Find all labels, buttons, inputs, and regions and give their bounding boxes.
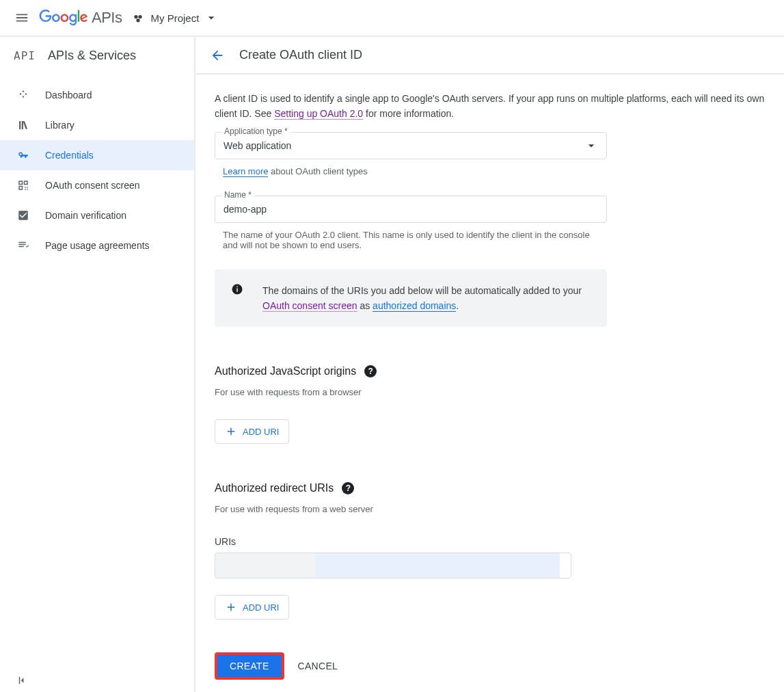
consent-icon	[16, 178, 30, 192]
action-row: CREATE CANCEL	[215, 652, 765, 680]
project-name: My Project	[150, 12, 199, 24]
info-text-post: .	[456, 300, 459, 311]
project-selector[interactable]: My Project	[131, 11, 218, 25]
back-arrow-icon[interactable]	[209, 47, 226, 64]
name-field-wrap: Name * The name of your OAuth 2.0 client…	[215, 196, 765, 250]
application-type-label: Application type *	[221, 127, 290, 136]
redirect-uris-title: Authorized redirect URIs	[215, 482, 334, 494]
main-header: Create OAuth client ID	[195, 37, 784, 75]
redirect-uris-sub: For use with requests from a web server	[215, 504, 765, 514]
js-origins-section: Authorized JavaScript origins ? For use …	[215, 365, 765, 444]
svg-point-2	[137, 18, 140, 22]
dashboard-icon	[16, 88, 30, 102]
sidebar-item-domain-verification[interactable]: Domain verification	[0, 200, 194, 230]
apis-label: APIs	[92, 9, 122, 27]
name-help-text: The name of your OAuth 2.0 client. This …	[215, 230, 597, 250]
svg-rect-4	[236, 289, 238, 292]
dropdown-icon	[584, 139, 598, 152]
info-text-mid: as	[357, 300, 373, 311]
info-text-pre: The domains of the URIs you add below wi…	[262, 285, 582, 296]
page-title: Create OAuth client ID	[239, 48, 362, 62]
sidebar-item-page-usage[interactable]: Page usage agreements	[0, 230, 194, 261]
key-icon	[16, 148, 30, 162]
info-icon	[231, 283, 243, 295]
sidebar-item-label: Library	[45, 120, 75, 131]
learn-more-suffix: about OAuth client types	[268, 166, 367, 176]
help-icon[interactable]: ?	[342, 482, 354, 494]
service-title-row: API APIs & Services	[0, 37, 194, 75]
sidebar-item-label: Domain verification	[45, 210, 126, 221]
name-input[interactable]	[215, 196, 607, 223]
top-bar: APIs My Project	[0, 0, 784, 37]
svg-rect-5	[236, 287, 238, 288]
sidebar: API APIs & Services Dashboard Library Cr…	[0, 37, 195, 692]
setting-up-oauth-link[interactable]: Setting up OAuth 2.0	[274, 108, 363, 120]
library-icon	[16, 118, 30, 132]
js-origins-title: Authorized JavaScript origins	[215, 365, 356, 377]
application-type-field: Application type * Web application Learn…	[215, 132, 765, 176]
uris-label: URIs	[215, 536, 765, 547]
add-redirect-uri-button[interactable]: ADD URI	[215, 595, 289, 620]
verified-icon	[16, 209, 30, 222]
sidebar-item-library[interactable]: Library	[0, 110, 194, 140]
dropdown-icon	[204, 11, 218, 25]
sidebar-item-label: Credentials	[45, 150, 94, 161]
project-icon	[131, 11, 145, 25]
learn-more-link[interactable]: Learn more	[223, 166, 268, 177]
add-js-uri-button[interactable]: ADD URI	[215, 419, 289, 444]
help-icon[interactable]: ?	[364, 365, 377, 377]
service-title: APIs & Services	[48, 49, 136, 63]
sidebar-item-dashboard[interactable]: Dashboard	[0, 80, 194, 110]
cancel-button[interactable]: CANCEL	[298, 661, 338, 671]
sidebar-item-label: Page usage agreements	[45, 240, 150, 251]
svg-point-1	[139, 15, 142, 18]
sidebar-item-oauth-consent[interactable]: OAuth consent screen	[0, 170, 194, 200]
sidebar-item-credentials[interactable]: Credentials	[0, 140, 194, 170]
sidebar-item-label: OAuth consent screen	[45, 180, 140, 191]
description-post: for more information.	[363, 108, 454, 119]
menu-icon[interactable]	[8, 4, 36, 31]
add-uri-label: ADD URI	[243, 602, 279, 613]
google-apis-logo[interactable]: APIs	[38, 9, 122, 27]
create-button[interactable]: CREATE	[215, 652, 284, 680]
main-panel: Create OAuth client ID A client ID is us…	[195, 37, 784, 692]
collapse-sidebar-icon[interactable]	[16, 674, 29, 687]
agreements-icon	[16, 239, 30, 252]
application-type-value: Web application	[224, 140, 291, 151]
redirect-uris-section: Authorized redirect URIs ? For use with …	[215, 482, 765, 620]
application-type-select[interactable]: Web application	[215, 132, 607, 159]
info-box: The domains of the URIs you add below wi…	[215, 269, 607, 327]
oauth-consent-link[interactable]: OAuth consent screen	[262, 300, 357, 312]
add-uri-label: ADD URI	[243, 427, 279, 437]
api-chip: API	[14, 49, 36, 62]
sidebar-item-label: Dashboard	[45, 90, 92, 101]
authorized-domains-link[interactable]: authorized domains	[373, 300, 456, 312]
redirect-uri-input[interactable]	[215, 553, 571, 578]
description-text: A client ID is used to identify a single…	[215, 91, 765, 121]
svg-point-0	[135, 15, 138, 18]
name-label: Name *	[221, 190, 254, 200]
js-origins-sub: For use with requests from a browser	[215, 387, 765, 397]
